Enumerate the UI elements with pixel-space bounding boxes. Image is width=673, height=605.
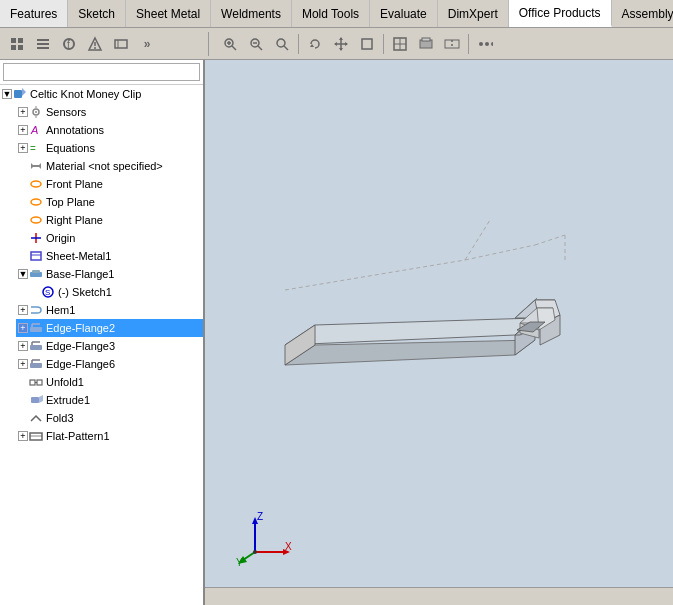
edge-flange3-expand[interactable]: + [18, 341, 28, 351]
equations-label: Equations [46, 142, 95, 154]
svg-rect-6 [37, 47, 49, 49]
svg-point-39 [485, 42, 489, 46]
edge-flange6-expand[interactable]: + [18, 359, 28, 369]
toolbar-btn-1[interactable] [5, 32, 29, 56]
zoom-fit-btn[interactable] [270, 32, 294, 56]
section-view-btn[interactable] [440, 32, 464, 56]
svg-marker-28 [334, 42, 337, 46]
svg-rect-72 [30, 380, 35, 385]
coordinate-axes: Z X Y [235, 512, 295, 570]
tree-sheet-metal1[interactable]: Sheet-Metal1 [16, 247, 203, 265]
base-flange-icon [28, 266, 44, 282]
toolbar-sep-1 [298, 34, 299, 54]
view-orientation-btn[interactable] [388, 32, 412, 56]
menu-weldments[interactable]: Weldments [211, 0, 292, 27]
display-style-btn[interactable] [414, 32, 438, 56]
tree-equations[interactable]: + = Equations [16, 139, 203, 157]
svg-point-52 [31, 181, 41, 187]
menu-office-products[interactable]: Office Products [509, 0, 612, 27]
edge-flange2-icon [28, 320, 44, 336]
toolbar-sep-2 [383, 34, 384, 54]
tree-extrude1[interactable]: Extrude1 [16, 391, 203, 409]
toolbar-btn-2[interactable] [31, 32, 55, 56]
toolbar-btn-5[interactable] [109, 32, 133, 56]
svg-marker-51 [38, 163, 41, 169]
svg-rect-75 [31, 397, 39, 403]
more-tools-btn[interactable] [473, 32, 497, 56]
tree-root-label: Celtic Knot Money Clip [30, 88, 141, 100]
tree-root[interactable]: ▼ Celtic Knot Money Clip [0, 85, 203, 103]
svg-rect-30 [362, 39, 372, 49]
sensors-icon [28, 104, 44, 120]
toolbar-row: f » [0, 28, 673, 60]
sheet-metal-label: Sheet-Metal1 [46, 250, 111, 262]
toolbar-btn-3[interactable]: f [57, 32, 81, 56]
tree-unfold1[interactable]: Unfold1 [16, 373, 203, 391]
equations-expand[interactable]: + [18, 143, 28, 153]
tree-search-input[interactable] [3, 63, 200, 81]
root-icon [12, 86, 28, 102]
edge-flange3-label: Edge-Flange3 [46, 340, 115, 352]
svg-text:=: = [30, 143, 36, 154]
svg-rect-41 [14, 90, 22, 98]
tree-top-plane[interactable]: Top Plane [16, 193, 203, 211]
annotations-expand[interactable]: + [18, 125, 28, 135]
menu-features[interactable]: Features [0, 0, 68, 27]
menu-assembly[interactable]: Assembly [612, 0, 673, 27]
menu-mold-tools[interactable]: Mold Tools [292, 0, 370, 27]
menu-evaluate[interactable]: Evaluate [370, 0, 438, 27]
svg-rect-0 [11, 38, 16, 43]
sensors-expand[interactable]: + [18, 107, 28, 117]
menu-sketch[interactable]: Sketch [68, 0, 126, 27]
svg-marker-27 [339, 48, 343, 51]
sketch1-icon: S [40, 284, 56, 300]
tree-search-area [0, 60, 203, 85]
svg-text:Y: Y [236, 557, 243, 567]
toolbar-more[interactable]: » [135, 32, 159, 56]
tree-material[interactable]: Material <not specified> [16, 157, 203, 175]
edge-flange2-expand[interactable]: + [18, 323, 28, 333]
svg-text:X: X [285, 541, 292, 552]
tree-edge-flange6[interactable]: + Edge-Flange6 [16, 355, 203, 373]
origin-label: Origin [46, 232, 75, 244]
menu-dimxpert[interactable]: DimXpert [438, 0, 509, 27]
pan-btn[interactable] [329, 32, 353, 56]
tree-flat-pattern1[interactable]: + Flat-Pattern1 [16, 427, 203, 445]
viewport[interactable]: Z X Y [205, 60, 673, 605]
tree-edge-flange3[interactable]: + Edge-Flange3 [16, 337, 203, 355]
root-expand[interactable]: ▼ [2, 89, 12, 99]
tree-edge-flange2[interactable]: + Edge-Flange2 [16, 319, 203, 337]
menu-sheet-metal[interactable]: Sheet Metal [126, 0, 211, 27]
svg-rect-3 [18, 45, 23, 50]
base-flange-label: Base-Flange1 [46, 268, 115, 280]
svg-rect-1 [18, 38, 23, 43]
edge-flange2-label: Edge-Flange2 [46, 322, 115, 334]
front-plane-icon [28, 176, 44, 192]
zoom-in-btn[interactable] [218, 32, 242, 56]
hem1-expand[interactable]: + [18, 305, 28, 315]
flat-pattern1-expand[interactable]: + [18, 431, 28, 441]
tree-hem1[interactable]: + Hem1 [16, 301, 203, 319]
tree-origin[interactable]: Origin [16, 229, 203, 247]
sensors-label: Sensors [46, 106, 86, 118]
zoom-out-btn[interactable] [244, 32, 268, 56]
tree-sensors[interactable]: + Sensors [16, 103, 203, 121]
svg-rect-60 [32, 270, 40, 273]
right-plane-label: Right Plane [46, 214, 103, 226]
rotate-btn[interactable] [303, 32, 327, 56]
move-btn[interactable] [355, 32, 379, 56]
tree-right-plane[interactable]: Right Plane [16, 211, 203, 229]
svg-rect-35 [422, 38, 430, 41]
tree-sketch1[interactable]: S (-) Sketch1 [28, 283, 203, 301]
svg-marker-50 [31, 163, 34, 169]
svg-text:A: A [30, 124, 38, 136]
tree-front-plane[interactable]: Front Plane [16, 175, 203, 193]
equations-icon: = [28, 140, 44, 156]
tree-base-flange1[interactable]: ▼ Base-Flange1 [16, 265, 203, 283]
svg-point-44 [35, 111, 37, 113]
tree-annotations[interactable]: + A Annotations [16, 121, 203, 139]
sketch1-label: (-) Sketch1 [58, 286, 112, 298]
toolbar-btn-4[interactable] [83, 32, 107, 56]
base-flange-expand[interactable]: ▼ [18, 269, 28, 279]
tree-fold3[interactable]: Fold3 [16, 409, 203, 427]
